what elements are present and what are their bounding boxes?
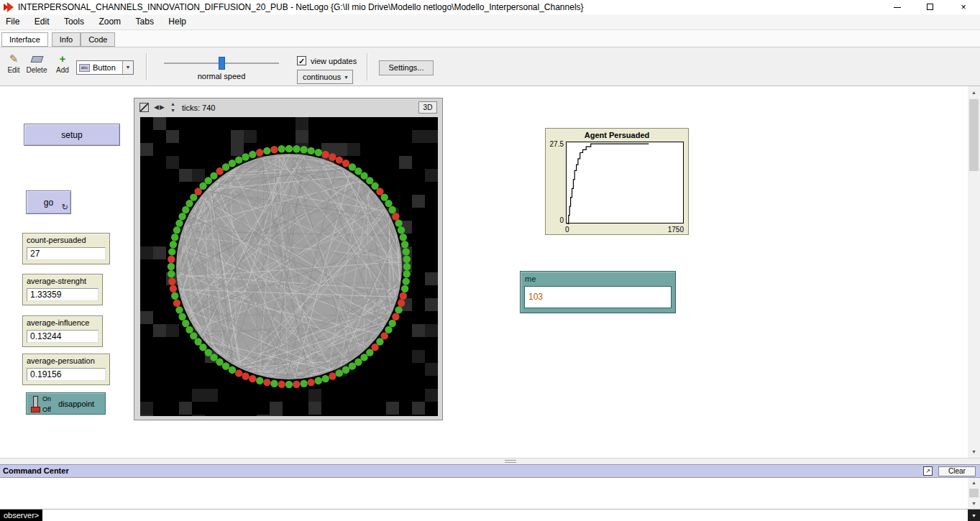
view-resize-icon[interactable]: [139, 103, 149, 112]
splitter-handle[interactable]: [505, 460, 516, 463]
monitor-count-persuaded: count-persuaded 27: [22, 233, 110, 264]
scrollbar-thumb[interactable]: [969, 489, 979, 497]
monitor-value: 0.13244: [27, 330, 99, 343]
monitor-average-strenght: average-strenght 1.33359: [22, 274, 103, 305]
view-updates-checkbox[interactable]: ✓: [297, 56, 306, 65]
go-button[interactable]: go ↻: [26, 190, 71, 214]
world-canvas[interactable]: [140, 117, 438, 416]
toolbar-separator: [367, 53, 368, 80]
menu-item-edit[interactable]: Edit: [29, 14, 55, 29]
observer-prompt: observer>: [0, 510, 42, 521]
plot-area: [566, 142, 684, 223]
switch-name-label: disappoint: [58, 400, 94, 408]
chevron-down-icon: ▼: [122, 61, 133, 74]
scroll-down-icon[interactable]: ▼: [968, 446, 980, 458]
clear-button[interactable]: Clear: [938, 466, 976, 476]
plot-title: Agent Persuaded: [546, 131, 688, 139]
button-widget-icon: abc: [79, 64, 90, 72]
menu-item-tools[interactable]: Tools: [58, 14, 90, 29]
maximize-button[interactable]: [914, 0, 947, 14]
interface-toolbar: ✎ Edit Delete + Add abc Button ▼ normal …: [0, 47, 980, 86]
tab-info[interactable]: Info: [52, 32, 81, 47]
forever-icon: ↻: [62, 203, 68, 212]
delete-tool-label: Delete: [27, 66, 47, 74]
speed-slider-handle[interactable]: [219, 57, 225, 70]
setup-button[interactable]: setup: [24, 124, 120, 146]
scroll-up-icon[interactable]: ▲: [968, 86, 980, 98]
command-input-row: observer> ▼: [0, 509, 980, 521]
monitor-average-persuation: average-persuation 0.19156: [22, 354, 110, 385]
command-center-output[interactable]: [0, 478, 968, 509]
monitor-label: me: [525, 275, 536, 283]
window-titlebar: INTERPERSONAL_CHANNELS_INNOVATION_DIFFUS…: [0, 0, 980, 14]
plot-agent-persuaded: Agent Persuaded 27.5 0 0 1750: [545, 128, 689, 235]
scrollbar-thumb[interactable]: [969, 99, 979, 171]
plot-x-min-label: 0: [565, 226, 569, 234]
world-view-header: ◀▶ ▲▼ ticks: 740 3D: [134, 98, 442, 117]
settings-button[interactable]: Settings...: [379, 60, 434, 75]
update-mode-dropdown[interactable]: continuous ▼: [297, 70, 353, 84]
switch-on-label: On: [42, 395, 51, 402]
speed-label: normal speed: [171, 72, 272, 80]
history-dropdown-button[interactable]: ▼: [968, 510, 980, 521]
update-mode-value: continuous: [303, 73, 341, 81]
menu-item-tabs[interactable]: Tabs: [130, 14, 160, 29]
menu-item-help[interactable]: Help: [162, 14, 192, 29]
speed-slider[interactable]: [164, 56, 279, 70]
command-center-title: Command Center: [3, 466, 69, 475]
monitor-label: count-persuaded: [27, 236, 86, 244]
view-updates-label: view updates: [311, 57, 357, 65]
tab-code[interactable]: Code: [81, 32, 115, 47]
maximize-icon: [927, 4, 933, 10]
command-center-splitter[interactable]: [0, 458, 980, 464]
plot-line-graphic: [567, 142, 684, 224]
world-view: ◀▶ ▲▼ ticks: 740 3D: [134, 98, 443, 420]
menu-bar: File Edit Tools Zoom Tabs Help: [0, 14, 980, 30]
minimize-button[interactable]: [881, 0, 914, 14]
scroll-up-icon[interactable]: ▲: [968, 478, 980, 488]
chevron-down-icon: ▼: [344, 75, 349, 80]
monitor-value: 0.19156: [27, 368, 106, 381]
minimize-icon: [894, 7, 901, 8]
monitor-value: 103: [524, 286, 672, 308]
pencil-icon: ✎: [4, 52, 23, 66]
window-title: INTERPERSONAL_CHANNELS_INNOVATION_DIFFUS…: [18, 2, 584, 12]
delete-tool-button[interactable]: Delete: [24, 52, 49, 74]
netlogo-logo-icon: [4, 2, 14, 12]
check-icon: ✓: [298, 57, 305, 65]
edit-tool-button[interactable]: ✎ Edit: [4, 52, 23, 74]
close-icon: ×: [961, 1, 966, 12]
command-input[interactable]: [47, 510, 968, 521]
chevron-down-icon: ▼: [971, 513, 976, 518]
menu-item-zoom[interactable]: Zoom: [93, 14, 127, 29]
switch-off-label: Off: [42, 406, 51, 413]
tab-bar: InterfaceInfoCode: [0, 30, 980, 47]
ticks-counter: ticks: 740: [182, 103, 215, 112]
monitor-average-influence: average-influence 0.13244: [22, 315, 103, 347]
monitor-label: average-strenght: [27, 277, 86, 285]
tab-interface[interactable]: Interface: [1, 32, 48, 47]
widget-type-value: Button: [93, 63, 116, 72]
three-d-button[interactable]: 3D: [418, 101, 437, 114]
plus-icon: +: [53, 52, 72, 66]
monitor-label: average-persuation: [27, 356, 95, 365]
setup-button-label: setup: [61, 130, 82, 140]
command-center-scrollbar: ▲ ▼: [968, 478, 980, 509]
widget-type-dropdown[interactable]: abc Button ▼: [76, 60, 134, 75]
switch-handle[interactable]: [31, 407, 40, 412]
disappoint-switch[interactable]: On Off disappoint: [26, 392, 106, 415]
add-tool-button[interactable]: + Add: [53, 52, 72, 74]
expand-icon[interactable]: ↗: [923, 466, 933, 476]
netlogo-window: INTERPERSONAL_CHANNELS_INNOVATION_DIFFUS…: [0, 0, 980, 521]
scroll-down-icon[interactable]: ▼: [968, 499, 980, 509]
horizontal-arrows-icon[interactable]: ◀▶: [154, 103, 165, 111]
monitor-label: average-influence: [27, 318, 89, 327]
add-tool-label: Add: [56, 66, 69, 74]
main-vertical-scrollbar: ▲ ▼: [968, 86, 980, 458]
plot-y-min-label: 0: [546, 216, 564, 224]
vertical-arrows-icon[interactable]: ▲▼: [170, 101, 175, 114]
menu-item-file[interactable]: File: [0, 14, 25, 29]
close-button[interactable]: ×: [947, 0, 980, 14]
edit-tool-label: Edit: [7, 66, 19, 74]
monitor-value: 1.33359: [27, 288, 99, 301]
